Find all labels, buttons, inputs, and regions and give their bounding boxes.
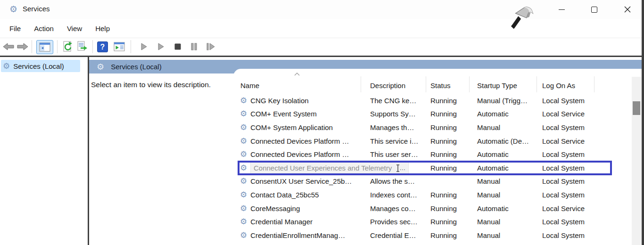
- sidebar-item-services-local[interactable]: ⚙ Services (Local): [1, 60, 80, 72]
- menu-help[interactable]: Help: [89, 22, 116, 35]
- column-separator[interactable]: [469, 76, 470, 92]
- window-title: Services: [23, 5, 50, 13]
- service-startup-type: Manual (Trigg…: [469, 97, 537, 105]
- minimize-button[interactable]: [554, 3, 569, 16]
- resume-service-icon: [157, 42, 165, 51]
- start-service-button[interactable]: [138, 41, 151, 53]
- table-row[interactable]: ⚙ COM+ System Application Manages th… Ru…: [233, 121, 632, 134]
- column-separator[interactable]: [594, 76, 594, 92]
- back-button[interactable]: [2, 41, 15, 53]
- table-row[interactable]: ⚙ CredentialEnrollmentManag… Credential …: [233, 229, 632, 242]
- services-app-icon: ⚙: [9, 4, 17, 14]
- tree-pane-border: [88, 57, 89, 245]
- service-description: Manages co…: [361, 204, 426, 212]
- toolbar-separator: [131, 40, 131, 53]
- service-gear-icon: ⚙: [240, 97, 247, 105]
- service-status: Running: [426, 123, 469, 131]
- forward-button[interactable]: [16, 41, 29, 53]
- service-startup-type: Automatic: [469, 150, 537, 158]
- service-status: Running: [426, 164, 469, 172]
- service-logon: Local Service: [537, 110, 594, 118]
- column-separator[interactable]: [361, 76, 361, 92]
- column-separator[interactable]: [537, 76, 537, 92]
- table-row[interactable]: ⚙ CoreMessaging Manages co… Running Auto…: [233, 202, 632, 215]
- pause-service-icon: [190, 42, 198, 51]
- service-startup-type: Manual: [469, 191, 537, 199]
- table-row[interactable]: ⚙ Contact Data_25bc55 Indexes cont… Runn…: [233, 188, 632, 202]
- banner-title: Services (Local): [111, 63, 162, 71]
- service-status: Running: [426, 218, 469, 226]
- show-console-tree-button[interactable]: [36, 40, 53, 54]
- help-button[interactable]: ?: [96, 41, 109, 53]
- service-gear-icon: ⚙: [240, 137, 247, 145]
- maximize-icon: [591, 7, 597, 13]
- window-right-border: [642, 0, 644, 245]
- menu-view[interactable]: View: [60, 22, 89, 35]
- start-service-icon: [140, 42, 149, 51]
- restart-service-button[interactable]: [204, 41, 217, 53]
- service-startup-type: Manual: [469, 218, 537, 226]
- export-list-button[interactable]: [75, 41, 89, 53]
- show-console-tree-icon: [39, 42, 50, 52]
- service-name-tooltip: Connected User Experiences and Telemetry…: [250, 162, 409, 174]
- service-status: Running: [426, 204, 469, 212]
- column-header-status[interactable]: Status: [426, 82, 469, 93]
- scrollbar-thumb[interactable]: [633, 101, 640, 115]
- service-description: Provides sec…: [361, 218, 426, 226]
- column-header-logon-as[interactable]: Log On As: [537, 82, 594, 93]
- table-row[interactable]: ⚙: [233, 242, 632, 245]
- service-description: Credential E…: [361, 231, 426, 239]
- service-name: COM+ System Application: [250, 123, 333, 131]
- table-row[interactable]: ⚙ Connected Devices Platform … This serv…: [233, 134, 632, 148]
- close-button[interactable]: [620, 3, 635, 16]
- service-startup-type: Manual: [469, 231, 537, 239]
- column-header-name[interactable]: Name: [233, 82, 361, 93]
- column-header-startup-type[interactable]: Startup Type: [469, 82, 537, 93]
- maximize-button[interactable]: [587, 3, 601, 16]
- service-gear-icon: ⚙: [240, 164, 247, 172]
- stop-service-button[interactable]: [171, 41, 184, 53]
- table-row[interactable]: ⚙ COM+ Event System Supports Sy… Running…: [233, 107, 632, 121]
- text-cursor-icon: [397, 165, 398, 172]
- table-header: Name Description Status Startup Type Log…: [233, 69, 632, 93]
- title-bar: ⚙ Services: [0, 0, 644, 19]
- service-description: Indexes cont…: [361, 191, 426, 199]
- service-status: Running: [426, 231, 469, 239]
- table-row[interactable]: ⚙ ConsentUX User Service_25b… Allows the…: [233, 175, 632, 188]
- service-status: Running: [426, 97, 469, 105]
- service-name: Credential Manager: [250, 218, 313, 226]
- service-startup-type: Manual: [469, 177, 537, 185]
- table-row[interactable]: ⚙ Connected Devices Platform … This user…: [233, 147, 632, 161]
- stop-service-icon: [173, 42, 182, 51]
- menu-action[interactable]: Action: [27, 22, 60, 35]
- main-pane: ⚙ Services (Local) Select an item to vie…: [89, 57, 642, 245]
- service-gear-icon: ⚙: [240, 123, 247, 131]
- service-description: Allows the s…: [361, 177, 426, 185]
- back-icon: [2, 42, 15, 51]
- service-name: Connected Devices Platform …: [250, 150, 349, 158]
- service-name: Connected Devices Platform …: [250, 137, 349, 145]
- service-logon: Local System: [537, 177, 594, 185]
- resume-service-button[interactable]: [155, 41, 168, 53]
- table-row[interactable]: ⚙ Credential Manager Provides sec… Runni…: [233, 215, 632, 229]
- table-row[interactable]: ⚙ Connected User Experiences and Telemet…: [233, 161, 632, 175]
- description-hint: Select an item to view its description.: [91, 81, 211, 89]
- service-name: CNG Key Isolation: [250, 97, 308, 105]
- column-header-description[interactable]: Description: [361, 82, 426, 93]
- services-list-panel: Name Description Status Startup Type Log…: [233, 69, 642, 245]
- restart-service-icon: [206, 42, 215, 51]
- table-row[interactable]: ⚙ CNG Key Isolation The CNG ke… Running …: [233, 94, 632, 107]
- export-list-icon: [76, 41, 88, 52]
- banner-gear-icon: ⚙: [97, 62, 104, 72]
- column-separator[interactable]: [426, 76, 426, 92]
- service-logon: Local System: [537, 218, 594, 226]
- vertical-scrollbar[interactable]: [632, 77, 641, 245]
- service-status: Running: [426, 150, 469, 158]
- pause-service-button[interactable]: [188, 41, 201, 53]
- show-action-pane-button[interactable]: [113, 41, 126, 53]
- refresh-button[interactable]: [61, 41, 74, 53]
- service-status: Running: [426, 110, 469, 118]
- menu-file[interactable]: File: [3, 22, 27, 35]
- service-logon: Local Service: [537, 137, 594, 145]
- service-name: CredentialEnrollmentManag…: [250, 231, 345, 239]
